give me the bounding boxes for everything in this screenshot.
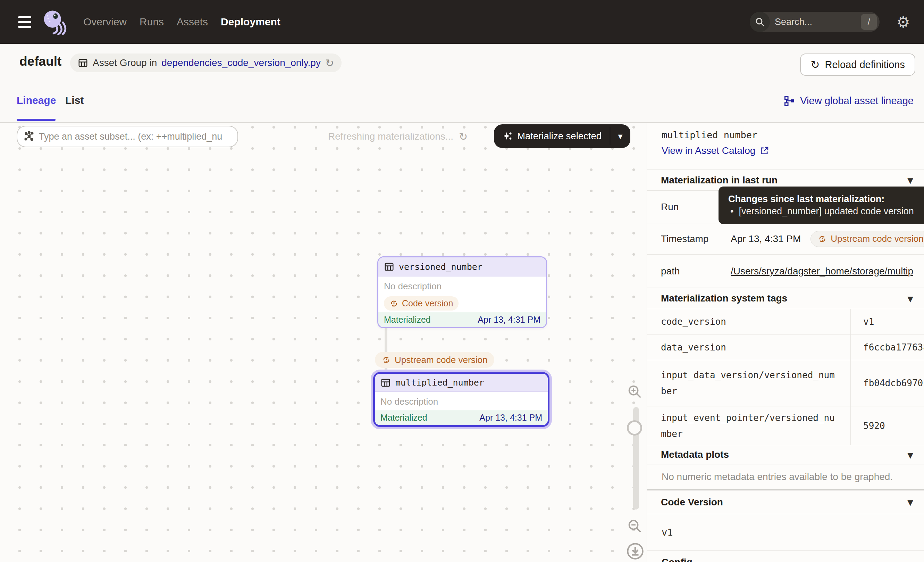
code-version-change-badge: Code version [384,296,459,311]
asset-node-versioned-number[interactable]: versioned_number No description Code ver… [377,256,547,328]
zoom-out-icon[interactable] [627,518,642,533]
collapse-caret-icon[interactable] [908,174,913,186]
table-grid-icon [384,261,394,272]
view-global-label: View global asset lineage [800,95,914,107]
materialize-dropdown-caret[interactable] [610,124,630,148]
search-shortcut-badge: / [861,14,877,30]
code-version-cycle-icon [818,234,827,243]
section-heading: Materialization in last run [661,175,777,186]
table-grid-icon [78,58,88,68]
section-config-heading: Config [647,550,924,562]
upstream-code-version-badge: Upstream code version [810,231,924,247]
global-search[interactable]: / [750,12,880,32]
path-row: path /Users/sryza/dagster_home/storage/m… [647,255,924,288]
active-tab-underline [16,119,56,121]
code-version-cycle-icon [390,299,399,308]
reload-definitions-button[interactable]: Reload definitions [800,54,915,76]
reload-definitions-label: Reload definitions [825,59,905,71]
asset-group-file-link[interactable]: dependencies_code_version_only.py [161,57,321,68]
section-materialization-system-tags[interactable]: Materialization system tags [647,288,924,309]
asset-node-multiplied-number[interactable]: multiplied_number No description Materia… [373,372,549,427]
path-value-link[interactable]: /Users/sryza/dagster_home/storage/multip [730,266,913,277]
refresh-spinner-icon[interactable] [459,131,468,143]
nav-item-assets[interactable]: Assets [177,16,208,28]
view-tabs-row: Lineage List View global asset lineage [0,82,924,123]
external-link-icon [759,146,769,156]
system-tag-row: data_version f6ccba177638 [647,335,924,360]
section-heading: Code Version [661,497,723,508]
view-in-asset-catalog-link[interactable]: View in Asset Catalog [662,145,769,156]
tag-value: fb04dcb6970 [851,360,924,406]
upstream-badge-label: Upstream code version [394,355,488,365]
tag-value: v1 [851,309,924,334]
tag-key: code_version [647,309,851,334]
lineage-graph-icon [784,96,795,107]
changes-tooltip: Changes since last materialization: [ver… [718,186,924,224]
refresh-icon[interactable] [325,57,334,69]
section-heading: Metadata plots [661,449,729,460]
top-nav: Overview Runs Assets Deployment / [0,0,924,44]
asset-subset-input[interactable] [39,131,231,142]
nav-item-runs[interactable]: Runs [140,16,164,28]
run-label: Run [647,191,723,223]
tag-value: f6ccba177638 [851,335,924,360]
search-icon [750,12,770,32]
tab-list[interactable]: List [65,95,84,106]
metadata-plots-empty-note: No numeric metadata entries available to… [647,464,924,490]
refreshing-status: Refreshing materializations... [328,126,468,147]
tooltip-item: [versioned_number] updated code version [728,205,924,218]
code-version-value: v1 [647,514,924,550]
panel-asset-title: multiplied_number [662,129,924,140]
materialized-status: Materialized [384,315,431,325]
collapse-caret-icon[interactable] [908,449,913,461]
hamburger-menu-icon[interactable] [18,17,31,28]
materialized-timestamp: Apr 13, 4:31 PM [479,413,542,423]
system-tag-row: input_event_pointer/versioned_number 592… [647,406,924,445]
zoom-in-icon[interactable] [627,384,642,399]
section-heading: Materialization system tags [661,293,787,304]
section-metadata-plots[interactable]: Metadata plots [647,445,924,464]
asset-lineage-graph[interactable]: Refreshing materializations... Materiali… [0,123,646,562]
page-header: default Asset Group in dependencies_code… [0,44,924,82]
materialize-selected-button[interactable]: Materialize selected [494,124,630,148]
page-title: default [20,54,62,69]
section-code-version[interactable]: Code Version [647,490,924,514]
zoom-slider-handle[interactable] [627,420,642,436]
nav-item-overview[interactable]: Overview [83,16,127,28]
tag-key: input_data_version/versioned_number [647,360,851,406]
refreshing-label: Refreshing materializations... [328,131,453,142]
asset-subset-icon [24,131,35,142]
catalog-link-label: View in Asset Catalog [662,145,755,156]
nav-links: Overview Runs Assets Deployment [83,16,280,28]
tab-lineage[interactable]: Lineage [16,95,56,106]
collapse-caret-icon[interactable] [908,293,913,305]
tooltip-title: Changes since last materialization: [728,194,924,205]
dagster-app: Overview Runs Assets Deployment / defaul… [0,0,924,562]
timestamp-row: Timestamp Apr 13, 4:31 PM Upstream code … [647,223,924,255]
materialize-label: Materialize selected [517,131,602,142]
asset-group-prefix: Asset Group in [93,57,157,68]
asset-name: multiplied_number [395,377,484,388]
sparkle-icon [502,131,513,141]
asset-description: No description [380,396,542,407]
system-tag-row: code_version v1 [647,309,924,335]
search-input[interactable] [770,17,861,27]
tag-key: data_version [647,335,851,360]
collapse-caret-icon[interactable] [908,496,913,508]
badge-label: Upstream code version [831,233,923,244]
settings-gear-icon[interactable] [897,0,910,44]
tag-value: 5920 [851,406,924,445]
download-image-icon[interactable] [626,542,644,560]
asset-subset-filter[interactable] [16,126,238,147]
change-badge-label: Code version [402,298,453,308]
asset-description: No description [384,281,540,292]
code-version-cycle-icon [382,355,391,364]
view-global-asset-lineage-link[interactable]: View global asset lineage [784,95,914,107]
system-tag-row: input_data_version/versioned_number fb04… [647,360,924,406]
asset-name: versioned_number [399,262,483,272]
tag-key: input_event_pointer/versioned_number [647,406,851,445]
dagster-logo-icon[interactable] [41,9,68,35]
timestamp-label: Timestamp [647,223,723,254]
materialized-status: Materialized [380,413,427,423]
nav-item-deployment[interactable]: Deployment [221,16,280,28]
